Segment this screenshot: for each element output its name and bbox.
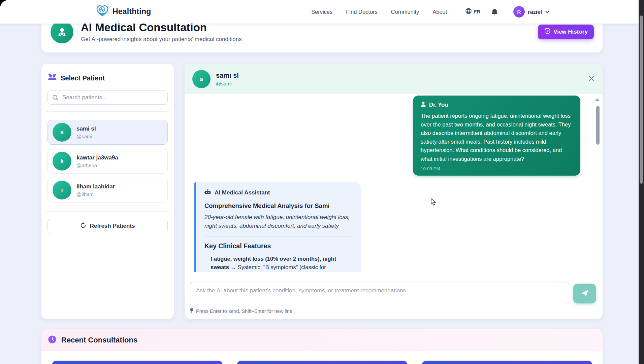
ai-bullet-item: Fatigue, weight loss (10% over 2 months)… xyxy=(211,255,352,272)
nav-link-community[interactable]: Community xyxy=(391,9,419,15)
ai-message-header: AI Medical Assistant xyxy=(204,189,352,197)
chat-patient-avatar: s xyxy=(192,70,211,88)
ai-sender-label: AI Medical Assistant xyxy=(215,189,270,196)
patient-item-ilham[interactable]: i ilham laabidat @ilham xyxy=(47,178,168,203)
clock-icon xyxy=(48,335,57,345)
consultation-card[interactable] xyxy=(422,361,592,364)
paper-plane-icon xyxy=(580,289,589,298)
user-name: raziel xyxy=(528,9,542,15)
patient-avatar: i xyxy=(53,181,71,199)
user-menu[interactable]: R raziel xyxy=(513,0,550,24)
ai-analysis-title: Comprehensive Medical Analysis for Sami xyxy=(204,202,352,210)
divider xyxy=(46,211,169,212)
patient-sidebar: Select Patient s sami sl @sami k kawtar … xyxy=(41,64,174,319)
recent-consultations-header: Recent Consultations xyxy=(41,329,603,351)
notifications-button[interactable] xyxy=(491,8,498,17)
patient-name: sami sl xyxy=(76,125,96,132)
recent-consultations-title: Recent Consultations xyxy=(61,336,137,344)
nav-link-about[interactable]: About xyxy=(432,9,447,15)
patient-item-sami[interactable]: s sami sl @sami xyxy=(47,120,168,145)
ai-analysis-summary: 20-year-old female with fatigue, uninten… xyxy=(204,213,352,230)
doctor-message-time: 10:09 PM xyxy=(421,166,573,171)
chevron-down-icon xyxy=(545,9,550,15)
patient-item-kawtar[interactable]: k kawtar ja3wa9a @athena xyxy=(47,149,168,174)
doctor-sender-label: Dr. You xyxy=(429,102,448,108)
patient-search xyxy=(47,90,168,105)
clock-history-icon xyxy=(544,28,550,36)
chat-header: s sami sl @sami xyxy=(185,64,603,94)
view-history-button[interactable]: View History xyxy=(538,25,594,39)
chat-input-bar: Press Enter to send, Shift+Enter for new… xyxy=(185,272,603,319)
patient-handle: @athena xyxy=(76,162,118,168)
chat-patient-name: sami sl xyxy=(216,72,239,79)
language-label: FR xyxy=(474,9,481,15)
avatar: R xyxy=(513,6,525,17)
chat-scrollbar-thumb[interactable] xyxy=(596,106,600,145)
language-switcher[interactable]: FR xyxy=(465,0,481,24)
doctor-message-text: The patient reports ongoing fatigue, uni… xyxy=(421,112,573,163)
people-group-icon xyxy=(47,73,57,83)
person-icon xyxy=(421,101,426,108)
page-subtitle: Get AI-powered insights about your patie… xyxy=(81,36,242,43)
nav-links: Services Find Doctors Community About xyxy=(311,0,447,24)
patient-handle: @ilham xyxy=(76,191,115,197)
patient-avatar: k xyxy=(53,152,71,171)
search-icon xyxy=(52,95,59,101)
chat-patient-handle: @sami xyxy=(216,81,239,86)
ai-message: AI Medical Assistant Comprehensive Medic… xyxy=(194,182,361,272)
recent-consultations-card: Recent Consultations xyxy=(41,329,603,364)
chat-hint-text: Press Enter to send, Shift+Enter for new… xyxy=(196,308,292,314)
doctor-message: Dr. You The patient reports ongoing fati… xyxy=(413,96,580,176)
browser-scrollbar[interactable] xyxy=(639,0,644,364)
refresh-patients-button[interactable]: Refresh Patients xyxy=(47,219,168,233)
robot-icon xyxy=(204,189,211,197)
chat-messages: Dr. You The patient reports ongoing fati… xyxy=(185,94,595,272)
brand-logo[interactable]: Healthting xyxy=(96,5,151,19)
divider xyxy=(46,111,169,112)
chat-hint: Press Enter to send, Shift+Enter for new… xyxy=(190,308,292,314)
view-history-label: View History xyxy=(553,29,588,35)
consultation-card[interactable] xyxy=(52,361,223,364)
lightbulb-icon xyxy=(190,308,194,314)
heart-pulse-icon xyxy=(96,5,109,19)
search-input[interactable] xyxy=(48,90,167,104)
divider xyxy=(204,236,352,237)
sidebar-title: Select Patient xyxy=(61,74,105,82)
refresh-icon xyxy=(80,222,86,230)
navbar: Healthting Services Find Doctors Communi… xyxy=(0,0,639,24)
close-chat-button[interactable] xyxy=(588,75,594,83)
nav-link-find-doctors[interactable]: Find Doctors xyxy=(346,9,378,15)
app-canvas: Healthting Services Find Doctors Communi… xyxy=(0,0,644,364)
patient-avatar: s xyxy=(53,123,71,142)
chat-scroll-up-arrow[interactable] xyxy=(595,98,599,101)
globe-icon xyxy=(465,8,472,16)
doctor-badge-icon xyxy=(51,21,73,43)
nav-link-services[interactable]: Services xyxy=(311,9,332,15)
brand-name: Healthting xyxy=(112,7,151,16)
send-button[interactable] xyxy=(573,284,596,303)
patient-handle: @sami xyxy=(76,134,96,139)
ai-section-heading: Key Clinical Features xyxy=(204,242,352,250)
refresh-label: Refresh Patients xyxy=(90,223,135,229)
consultation-card[interactable] xyxy=(237,361,408,364)
patient-name: ilham laabidat xyxy=(76,183,115,190)
chat-card: s sami sl @sami Dr. Y xyxy=(185,64,603,319)
browser-scrollbar-thumb[interactable] xyxy=(640,15,643,184)
sidebar-header: Select Patient xyxy=(47,73,168,83)
window-corner xyxy=(0,0,8,8)
patient-name: kawtar ja3wa9a xyxy=(76,154,118,161)
doctor-message-header: Dr. You xyxy=(421,101,573,108)
chat-message-input[interactable] xyxy=(190,282,569,304)
